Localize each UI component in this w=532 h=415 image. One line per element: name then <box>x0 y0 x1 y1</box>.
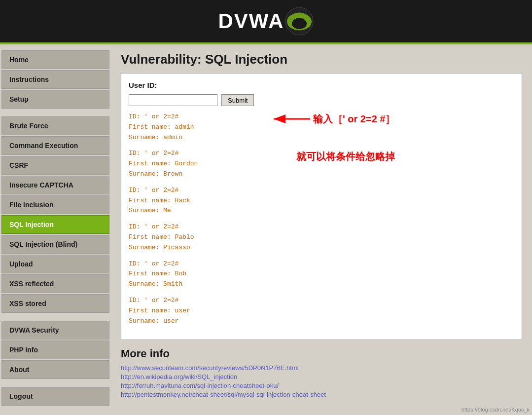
sidebar-item-php-info[interactable]: PHP Info <box>1 340 109 359</box>
logo-text: DVWA <box>218 9 284 33</box>
result-5-first: First name: Bob <box>129 269 514 279</box>
result-4-id: ID: ' or 2=2# <box>129 222 514 232</box>
sidebar-item-command-execution[interactable]: Command Execution <box>1 136 109 155</box>
sidebar-item-setup[interactable]: Setup <box>1 90 109 109</box>
sidebar-item-file-inclusion[interactable]: File Inclusion <box>1 195 109 214</box>
sidebar-item-logout[interactable]: Logout <box>1 387 109 406</box>
sidebar: Home Instructions Setup Brute Force Comm… <box>0 44 111 415</box>
nav-spacer-3 <box>0 380 111 386</box>
user-id-input[interactable] <box>129 94 217 106</box>
annotation-text-2: 就可以将条件给忽略掉 <box>296 151 395 162</box>
logo-icon <box>284 6 314 36</box>
results-container: ID: ' or 2=2# First name: admin Surname:… <box>129 112 514 326</box>
sidebar-item-home[interactable]: Home <box>1 50 109 69</box>
result-3-first: First name: Hack <box>129 196 514 206</box>
result-5-id: ID: ' or 2=2# <box>129 259 514 269</box>
sidebar-item-about[interactable]: About <box>1 360 109 379</box>
header: DVWA <box>0 0 532 44</box>
more-info-links: http://www.securiteam.com/securityreview… <box>121 364 522 398</box>
sidebar-item-xss-stored[interactable]: XSS stored <box>1 294 109 313</box>
input-row: Submit <box>129 94 514 106</box>
result-6-first: First name: user <box>129 306 514 316</box>
result-5-surname: Surname: Smith <box>129 279 514 290</box>
annotation-2: 就可以将条件给忽略掉 <box>296 149 395 164</box>
main-content: Vulnerability: SQL Injection User ID: Su… <box>111 44 532 415</box>
result-block-6: ID: ' or 2=2# First name: user Surname: … <box>129 296 514 326</box>
sidebar-item-csrf[interactable]: CSRF <box>1 156 109 175</box>
more-info-link-1[interactable]: http://www.securiteam.com/securityreview… <box>121 364 522 372</box>
arrow-icon <box>272 112 311 126</box>
result-6-surname: Surname: user <box>129 316 514 327</box>
user-id-label: User ID: <box>129 81 514 89</box>
nav-spacer-1 <box>0 110 111 115</box>
more-info-link-3[interactable]: http://ferruh.mavituna.com/sql-injection… <box>121 382 522 389</box>
sidebar-item-upload[interactable]: Upload <box>1 255 109 273</box>
result-3-id: ID: ' or 2=2# <box>129 186 514 196</box>
submit-button[interactable]: Submit <box>221 94 254 106</box>
result-block-4: ID: ' or 2=2# First name: Pablo Surname:… <box>129 222 514 253</box>
watermark: https://blog.csdn.net/Kqus_k <box>461 407 530 413</box>
layout: Home Instructions Setup Brute Force Comm… <box>0 44 532 415</box>
more-info-link-4[interactable]: http://pentestmonkey.net/cheat-sheet/sql… <box>121 391 522 398</box>
sidebar-item-brute-force[interactable]: Brute Force <box>1 116 109 135</box>
result-4-surname: Surname: Picasso <box>129 243 514 253</box>
result-block-1: ID: ' or 2=2# First name: admin Surname:… <box>129 112 514 143</box>
result-6-id: ID: ' or 2=2# <box>129 296 514 306</box>
sidebar-item-sql-injection-blind[interactable]: SQL Injection (Blind) <box>1 235 109 254</box>
more-info-title: More info <box>121 347 522 360</box>
result-1-surname: Surname: admin <box>129 133 514 143</box>
more-info-link-2[interactable]: http://en.wikipedia.org/wiki/SQL_injecti… <box>121 373 522 380</box>
sidebar-item-xss-reflected[interactable]: XSS reflected <box>1 274 109 293</box>
sidebar-item-dvwa-security[interactable]: DVWA Security <box>1 321 109 340</box>
page-title: Vulnerability: SQL Injection <box>121 52 522 67</box>
result-block-3: ID: ' or 2=2# First name: Hack Surname: … <box>129 186 514 216</box>
sidebar-item-instructions[interactable]: Instructions <box>1 70 109 89</box>
content-box: User ID: Submit ID: ' or 2=2# First name… <box>121 73 522 340</box>
more-info-section: More info http://www.securiteam.com/secu… <box>121 347 522 398</box>
result-2-surname: Surname: Brown <box>129 169 514 180</box>
annotation-text-1: 输入［' or 2=2 #］ <box>313 111 395 127</box>
result-block-5: ID: ' or 2=2# First name: Bob Surname: S… <box>129 259 514 290</box>
result-block-2: ID: ' or 2=2# First name: Gordon Surname… <box>129 149 514 179</box>
dvwa-logo: DVWA <box>218 6 314 36</box>
sidebar-item-insecure-captcha[interactable]: Insecure CAPTCHA <box>1 176 109 194</box>
sidebar-item-sql-injection[interactable]: SQL Injection <box>1 215 109 234</box>
nav-spacer-2 <box>0 314 111 320</box>
result-4-first: First name: Pablo <box>129 232 514 243</box>
result-3-surname: Surname: Me <box>129 206 514 216</box>
annotation-1: 输入［' or 2=2 #］ <box>272 111 395 127</box>
results-area: ID: ' or 2=2# First name: admin Surname:… <box>129 112 514 326</box>
